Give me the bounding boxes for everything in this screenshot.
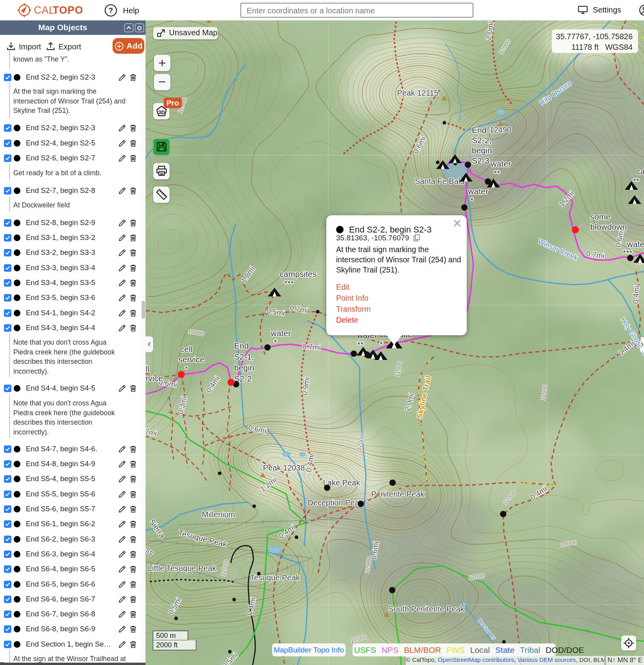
svg-text:service: service (178, 355, 205, 364)
svg-text:.7mi: .7mi (146, 427, 157, 438)
svg-text:12490: 12490 (489, 125, 511, 134)
svg-text:Penitente Peak: Penitente Peak (371, 490, 425, 498)
svg-text:*: * (185, 364, 188, 373)
svg-text:**: ** (633, 176, 639, 185)
svg-text:campsites: campsites (280, 269, 317, 278)
svg-text:S2-3: S2-3 (472, 156, 489, 165)
svg-text:S2-2,: S2-2, (472, 136, 491, 145)
svg-text:rvice: rvice (146, 374, 163, 383)
svg-text:*: * (274, 338, 277, 347)
svg-text:End: End (472, 125, 486, 134)
svg-text:water: water (490, 159, 511, 168)
svg-text:*: * (470, 196, 473, 205)
svg-text:begin: begin (234, 363, 254, 372)
svg-text:blowdown: blowdown (590, 222, 627, 231)
svg-text:**: ** (494, 169, 500, 178)
svg-text:0.4mi: 0.4mi (631, 285, 641, 304)
svg-text:ca: ca (636, 167, 644, 176)
svg-text:3D: 3D (158, 109, 165, 115)
svg-text:0.7mi: 0.7mi (302, 342, 321, 351)
svg-text:S2-1,: S2-1, (234, 352, 254, 361)
svg-text:ll: ll (146, 364, 149, 373)
svg-text:Peak 12038: Peak 12038 (263, 463, 305, 472)
svg-text:wate: wate (627, 240, 644, 249)
svg-text:Millenium: Millenium (202, 510, 235, 519)
svg-text:some: some (590, 212, 610, 221)
svg-text:cell: cell (180, 345, 193, 354)
svg-text:Little Tesuque Peak: Little Tesuque Peak (148, 564, 216, 572)
svg-text:Deception Peak: Deception Peak (307, 498, 363, 507)
svg-text:Peak 12115: Peak 12115 (397, 89, 438, 97)
svg-text:**: ** (357, 340, 364, 349)
svg-text:End: End (234, 341, 249, 350)
svg-text:*: * (380, 340, 383, 349)
svg-text:water: water (270, 329, 291, 338)
svg-text:CAL: CAL (34, 4, 55, 16)
svg-text:?: ? (109, 6, 113, 15)
svg-text:water: water (468, 187, 488, 196)
svg-text:TOPO: TOPO (53, 4, 83, 16)
svg-text:***: *** (284, 279, 294, 288)
svg-text:South Penitente Peak: South Penitente Peak (388, 605, 464, 613)
svg-text:begin: begin (472, 146, 492, 155)
svg-text:Santa Fe Bald: Santa Fe Bald (415, 177, 465, 185)
